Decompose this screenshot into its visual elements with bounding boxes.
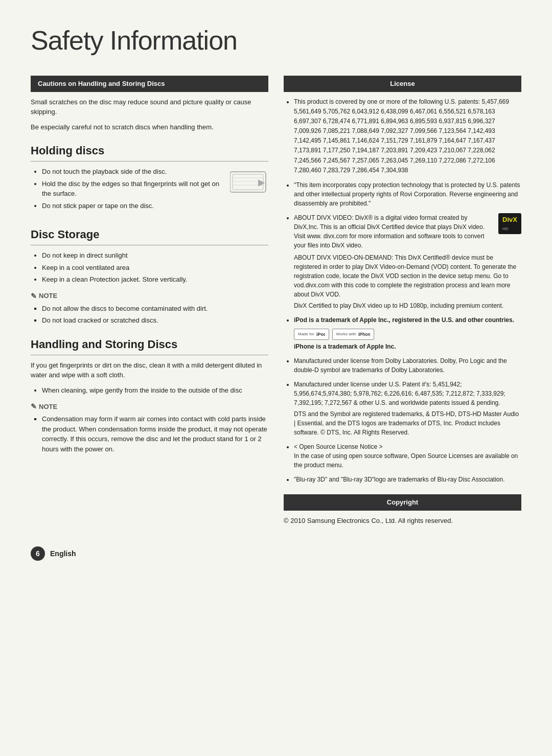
made-for-ipod-badge: Made for iPod [294,329,329,340]
note2-list: Condensation may form if warm air comes … [31,414,268,454]
note2-section: NOTE Condensation may form if warm air c… [31,401,268,454]
disc-storage-title: Disc Storage [31,226,268,245]
page-number-area: 6 English [31,546,521,561]
list-item: Keep in a clean Protection jacket. Store… [42,274,268,285]
right-column: License This product is covered by one o… [284,76,521,526]
language-label: English [50,548,76,559]
iphone-trademark-text: iPhone is a trademark of Apple Inc. [294,342,521,351]
handling-intro: If you get fingerprints or dirt on the d… [31,360,268,380]
cautions-intro2: Be especially careful not to scratch dis… [31,122,268,132]
list-item: Do not stick paper or tape on the disc. [42,201,268,211]
disc-icon [230,167,268,195]
license-list: This product is covered by one or more o… [284,97,521,485]
note1-list: Do not allow the discs to become contami… [31,304,268,326]
rovi-text: "This item incorporates copy protection … [294,181,520,207]
divx-badge: DivX HD [498,213,521,234]
patents-text: This product is covered by one or more o… [294,98,509,174]
dolby-item: Manufactured under license from Dolby La… [294,356,521,375]
handling-title: Handling and Storing Discs [31,336,268,355]
list-item: Condensation may form if warm air comes … [42,414,268,454]
copyright-header: Copyright [284,494,521,511]
license-header: License [284,76,521,92]
svg-marker-5 [258,179,265,187]
svg-text:iPod: iPod [316,332,325,337]
dts-text2: DTS and the Symbol are registered tradem… [294,409,521,437]
open-source-detail: In the case of using open source softwar… [294,452,518,469]
divx-item: DivX HD ABOUT DIVX VIDEO: DivX® is a dig… [294,213,521,310]
cautions-header: Cautions on Handling and Storing Discs [31,76,268,92]
rovi-item: "This item incorporates copy protection … [294,180,521,208]
bluray-text: "Blu-ray 3D" and "Blu-ray 3D"logo are tr… [294,476,505,483]
patents-item: This product is covered by one or more o… [294,97,521,176]
open-source-item: < Open Source License Notice > In the ca… [294,442,521,470]
note1-section: NOTE Do not allow the discs to become co… [31,291,268,326]
dolby-text: Manufactured under license from Dolby La… [294,357,507,374]
ipod-logo-icon: iPod [316,331,325,338]
list-item: Do not allow the discs to become contami… [42,304,268,314]
svg-text:iPhone: iPhone [358,332,370,337]
left-column: Cautions on Handling and Storing Discs S… [31,76,268,526]
divx-text3: DivX Certified to play DivX video up to … [294,301,521,310]
ipod-item: iPod is a trademark of Apple Inc., regis… [294,315,521,351]
divx-text2: ABOUT DIVX VIDEO-ON-DEMAND: This DivX Ce… [294,253,521,299]
list-item: When cleaning, wipe gently from the insi… [42,385,268,396]
disc-storage-list: Do not keep in direct sunlight Keep in a… [31,250,268,285]
page-title: Safety Information [31,20,521,60]
holding-discs-title: Holding discs [31,142,268,162]
dts-item: Manufactured under license under U.S. Pa… [294,380,521,437]
note1-label: NOTE [31,291,268,302]
page-number: 6 [31,546,45,561]
open-source-notice: < Open Source License Notice > [294,443,382,450]
note2-label: NOTE [31,401,268,412]
cautions-intro1: Small scratches on the disc may reduce s… [31,97,268,117]
dts-text1: Manufactured under license under U.S. Pa… [294,381,505,406]
list-item: Do not load cracked or scratched discs. [42,315,268,326]
list-item: Keep in a cool ventilated area [42,263,268,273]
copyright-text: © 2010 Samsung Electronics Co., Ltd. All… [284,516,521,526]
list-item: Do not keep in direct sunlight [42,250,268,261]
ipod-text: iPod is a trademark of Apple Inc., regis… [294,316,514,324]
iphone-logo-icon: iPhone [358,331,370,338]
handling-list: When cleaning, wipe gently from the insi… [31,385,268,396]
works-with-iphone-badge: Works with iPhone [332,329,374,340]
divx-text1: ABOUT DIVX VIDEO: DivX® is a digital vid… [294,214,485,249]
bluray-item: "Blu-ray 3D" and "Blu-ray 3D"logo are tr… [294,475,521,484]
